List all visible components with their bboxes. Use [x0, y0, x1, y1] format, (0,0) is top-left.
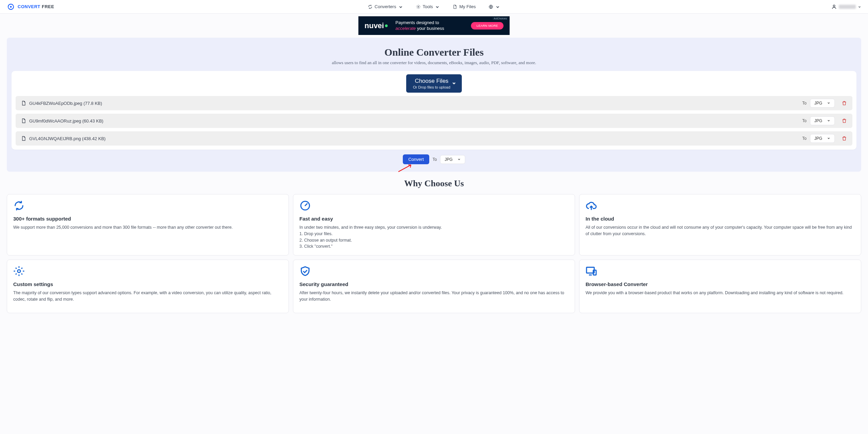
page-subtitle: allows users to find an all in one conve… — [12, 60, 856, 65]
cloud-upload-icon — [586, 200, 597, 211]
file-row: GU4kFBZWoAEpODb.jpeg (77.8 KB) To JPG — [16, 96, 852, 110]
convert-bar: Convert To JPG — [12, 154, 856, 164]
svg-point-2 — [418, 6, 419, 7]
settings-icon — [13, 265, 25, 277]
feature-card: 300+ formats supported We support more t… — [7, 194, 289, 256]
chevron-down-icon — [827, 119, 830, 122]
upload-box: Choose Files Or Drop files to upload GU4… — [12, 71, 856, 150]
adchoices-badge: AdChoices — [492, 17, 508, 20]
user-icon — [831, 4, 837, 10]
refresh-icon — [368, 4, 373, 9]
file-row: GU9mf0dWcAAORuz.jpeg (60.43 KB) To JPG — [16, 114, 852, 128]
feature-title: Browser-based Converter — [586, 281, 855, 287]
chevron-down-icon — [398, 4, 403, 9]
format-select[interactable]: JPG — [810, 99, 835, 108]
features-grid: 300+ formats supported We support more t… — [0, 194, 868, 320]
svg-point-4 — [833, 5, 835, 6]
user-menu[interactable] — [831, 4, 861, 10]
nav-label: Tools — [422, 4, 433, 9]
speed-icon — [299, 200, 311, 211]
file-icon — [21, 100, 26, 106]
file-label: GU4kFBZWoAEpODb.jpeg (77.8 KB) — [29, 101, 102, 106]
to-label: To — [802, 101, 807, 106]
file-row: GVL4GNJWQAEIJRB.png (438.42 KB) To JPG — [16, 131, 852, 146]
arrow-icon — [397, 164, 414, 173]
svg-point-1 — [10, 6, 12, 7]
ad-logo: nuvei• — [364, 21, 388, 30]
file-label: GVL4GNJWQAEIJRB.png (438.42 KB) — [29, 136, 105, 141]
file-icon — [21, 118, 26, 124]
refresh-icon — [13, 200, 25, 211]
file-name: GU4kFBZWoAEpODb.jpeg (77.8 KB) — [21, 100, 795, 106]
ad-cta-button[interactable]: LEARN MORE — [471, 22, 504, 30]
format-value: JPG — [814, 118, 822, 123]
format-value: JPG — [814, 101, 822, 106]
chevron-down-icon — [495, 4, 500, 9]
nav-language[interactable] — [489, 4, 500, 9]
brand-icon — [7, 3, 15, 11]
feature-card: In the cloud All of our conversions occu… — [579, 194, 861, 256]
ad-italic: accelerate — [395, 26, 416, 31]
feature-title: Fast and easy — [299, 216, 569, 222]
feature-card: Browser-based Converter We provide you w… — [579, 260, 861, 313]
chevron-down-icon — [435, 4, 440, 9]
gear-icon — [416, 4, 420, 9]
svg-point-7 — [18, 270, 21, 273]
format-select-global[interactable]: JPG — [440, 155, 465, 164]
feature-card: Fast and easy In under two minutes, and … — [293, 194, 575, 256]
to-label: To — [433, 157, 437, 162]
delete-icon[interactable] — [842, 118, 847, 124]
file-name: GU9mf0dWcAAORuz.jpeg (60.43 KB) — [21, 118, 795, 124]
choose-sub: Or Drop files to upload — [413, 85, 450, 89]
choose-files-button[interactable]: Choose Files Or Drop files to upload — [406, 74, 462, 93]
devices-icon — [586, 265, 597, 277]
feature-body: In under two minutes, and in three easy … — [299, 224, 569, 250]
file-label: GU9mf0dWcAAORuz.jpeg (60.43 KB) — [29, 118, 103, 124]
feature-card: Security guaranteed After twenty-four ho… — [293, 260, 575, 313]
feature-body: We support more than 25,000 conversions … — [13, 224, 282, 231]
chevron-down-icon — [827, 137, 830, 140]
svg-line-5 — [398, 165, 411, 172]
main-nav: Converters Tools My Files — [368, 4, 500, 9]
feature-title: 300+ formats supported — [13, 216, 282, 222]
chevron-down-icon — [827, 101, 830, 105]
converter-panel: Online Converter Files allows users to f… — [7, 38, 861, 172]
section-title: Why Choose Us — [0, 178, 868, 189]
ad-text: Payments designed to accelerate your bus… — [395, 20, 444, 32]
feature-title: In the cloud — [586, 216, 855, 222]
nav-converters[interactable]: Converters — [368, 4, 403, 9]
ad-line1: Payments designed to — [395, 20, 444, 26]
file-icon — [21, 136, 26, 141]
delete-icon[interactable] — [842, 136, 847, 141]
format-select[interactable]: JPG — [810, 116, 835, 125]
nav-label: My Files — [459, 4, 476, 9]
brand-text-1: CONVERT — [18, 4, 40, 9]
to-label: To — [802, 118, 807, 123]
convert-button[interactable]: Convert — [403, 154, 429, 164]
nav-tools[interactable]: Tools — [416, 4, 439, 9]
ad-line2: your business — [416, 26, 444, 31]
choose-main: Choose Files — [415, 78, 448, 84]
format-select[interactable]: JPG — [810, 134, 835, 143]
chevron-down-icon — [858, 5, 861, 8]
delete-icon[interactable] — [842, 100, 847, 106]
file-icon — [453, 4, 457, 9]
feature-title: Custom settings — [13, 281, 282, 287]
feature-body: We provide you with a browser-based prod… — [586, 290, 855, 296]
ad-banner-wrap: AdChoices nuvei• Payments designed to ac… — [0, 14, 868, 38]
brand-logo[interactable]: CONVERT FREE — [7, 3, 54, 11]
top-bar: CONVERT FREE Converters Tools My Files — [0, 0, 868, 14]
feature-body: After twenty-four hours, we instantly de… — [299, 290, 569, 303]
nav-label: Converters — [375, 4, 396, 9]
nav-my-files[interactable]: My Files — [453, 4, 476, 9]
page-title: Online Converter Files — [12, 46, 856, 58]
feature-body: All of our conversions occur in the clou… — [586, 224, 855, 237]
brand-text-2: FREE — [42, 4, 54, 9]
ad-brand: nuvei — [364, 21, 384, 30]
feature-title: Security guaranteed — [299, 281, 569, 287]
format-value: JPG — [445, 157, 452, 162]
format-value: JPG — [814, 136, 822, 141]
globe-icon — [489, 4, 493, 9]
shield-check-icon — [299, 265, 311, 277]
ad-banner[interactable]: AdChoices nuvei• Payments designed to ac… — [358, 16, 510, 35]
